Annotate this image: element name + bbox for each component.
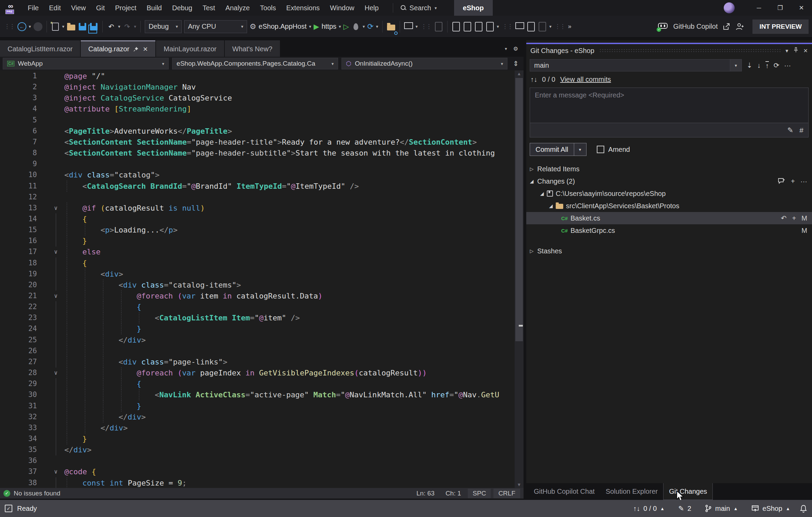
tab-list-dropdown[interactable]: ▾	[505, 46, 507, 51]
commit-all-button[interactable]: Commit All ▾	[530, 143, 587, 156]
menu-git[interactable]: Git	[91, 0, 110, 16]
code-line-15[interactable]: 15<p>Loading...</p>	[0, 224, 514, 236]
refresh-button[interactable]: ⟳	[774, 61, 779, 69]
chevron-expanded-icon[interactable]: ◢	[539, 191, 545, 196]
pull-button[interactable]: ↓	[757, 62, 761, 69]
code-line-9[interactable]: 9	[0, 158, 514, 170]
code-line-3[interactable]: 3@inject CatalogService CatalogService	[0, 92, 514, 104]
tree-item-basket-cs[interactable]: C# Basket.cs ↶ + M	[526, 212, 812, 224]
code-line-10[interactable]: 10<div class="catalog">	[0, 169, 514, 181]
tab-whats-new[interactable]: What's New?	[225, 40, 280, 57]
menu-file[interactable]: File	[23, 0, 44, 16]
restart-dropdown[interactable]: ▾	[376, 24, 378, 29]
code-line-35[interactable]: 35</div>	[0, 444, 514, 455]
changes-more-icon[interactable]: ···	[800, 177, 807, 185]
minimize-button[interactable]: ─	[748, 0, 770, 16]
panel-drag-texture[interactable]	[599, 49, 781, 53]
menu-tools[interactable]: Tools	[255, 0, 281, 16]
stage-file-icon[interactable]: +	[792, 214, 796, 222]
code-line-5[interactable]: 5	[0, 115, 514, 126]
scroll-up-arrow-icon[interactable]: ▲	[515, 71, 524, 76]
find-in-files-button[interactable]	[387, 20, 396, 34]
menu-analyze[interactable]: Analyze	[220, 0, 255, 16]
save-button[interactable]	[78, 20, 87, 34]
push-button[interactable]: ↑	[765, 61, 769, 70]
member-dropdown[interactable]: ⬡ OnInitializedAsync() ▾	[341, 58, 507, 69]
navigate-back-dropdown[interactable]: ▾	[29, 24, 31, 29]
session-name[interactable]: eShop	[454, 0, 493, 16]
start-without-debugging-button[interactable]: ▷	[344, 23, 349, 31]
stage-all-icon[interactable]: +	[791, 177, 795, 185]
hot-reload-button[interactable]	[351, 20, 360, 34]
menu-help[interactable]: Help	[359, 0, 384, 16]
code-line-34[interactable]: 34}	[0, 433, 514, 445]
menu-edit[interactable]: Edit	[44, 0, 66, 16]
hot-reload-dropdown[interactable]: ▾	[363, 24, 365, 29]
open-file-button[interactable]	[67, 20, 76, 34]
code-editor[interactable]: 1@page "/"2@inject NavigationManager Nav…	[0, 70, 524, 488]
column-indicator[interactable]: Ch: 1	[441, 489, 465, 498]
device-log-dropdown[interactable]: ▾	[497, 24, 499, 29]
device-run-button[interactable]	[452, 20, 461, 34]
launch-profile-dropdown[interactable]: ▾	[339, 24, 341, 29]
toolbar-grip[interactable]: ⋮⋮	[554, 23, 566, 30]
code-line-1[interactable]: 1@page "/"	[0, 70, 514, 82]
device-log-button[interactable]	[486, 20, 494, 34]
code-line-32[interactable]: 32</div>	[0, 411, 514, 423]
code-line-13[interactable]: 13∨@if (catalogResult is null)	[0, 202, 514, 214]
code-line-26[interactable]: 26	[0, 345, 514, 357]
tab-cataloglistitem-razor[interactable]: CatalogListItem.razor	[0, 40, 80, 57]
code-line-6[interactable]: 6<PageTitle>AdventureWorks</PageTitle>	[0, 125, 514, 137]
code-line-19[interactable]: 19<div>	[0, 268, 514, 280]
chevron-expanded-icon[interactable]: ◢	[548, 203, 554, 209]
menu-build[interactable]: Build	[142, 0, 167, 16]
code-line-12[interactable]: 12	[0, 191, 514, 203]
pending-changes-button[interactable]: ✎ 2	[674, 504, 695, 513]
menu-extensions[interactable]: Extensions	[281, 0, 325, 16]
commit-message-box[interactable]: Enter a message <Required> ✎ #	[530, 88, 809, 137]
redo-dropdown[interactable]: ▾	[134, 24, 137, 29]
terminal-button[interactable]	[474, 20, 483, 34]
code-line-24[interactable]: 24}	[0, 323, 514, 334]
device-list-button[interactable]	[527, 20, 536, 34]
startup-project-dropdown[interactable]: ▾	[309, 24, 311, 29]
split-window-icon[interactable]: ⇕	[511, 58, 521, 69]
scroll-down-arrow-icon[interactable]: ▼	[515, 482, 524, 487]
vertical-scrollbar[interactable]: ▲ ▼	[515, 70, 524, 488]
line-indicator[interactable]: Ln: 63	[412, 489, 439, 498]
code-line-2[interactable]: 2@inject NavigationManager Nav	[0, 81, 514, 93]
more-actions-button[interactable]: ···	[784, 62, 791, 69]
code-line-27[interactable]: 27<div class="page-links">	[0, 356, 514, 368]
solution-configuration-select[interactable]: Debug▾	[145, 20, 182, 33]
code-line-38[interactable]: 38const int PageSize = 9;	[0, 477, 514, 488]
fold-chevron-icon[interactable]: ∨	[51, 246, 60, 257]
new-project-dropdown[interactable]: ▾	[62, 24, 65, 29]
toolbar-grip[interactable]: ⋮⋮	[420, 23, 432, 30]
code-line-23[interactable]: 23<CatalogListItem Item="@item" />	[0, 312, 514, 323]
startup-project-select[interactable]: eShop.AppHost	[259, 23, 307, 30]
indent-mode-indicator[interactable]: SPC	[468, 489, 491, 498]
fold-chevron-icon[interactable]: ∨	[51, 466, 60, 477]
toolbar-overflow-button[interactable]: »	[568, 23, 571, 30]
tree-item-basketgrpc-cs[interactable]: C# BasketGrpc.cs M	[526, 224, 812, 237]
code-line-21[interactable]: 21∨@foreach (var item in catalogResult.D…	[0, 290, 514, 302]
close-button[interactable]: ✕	[791, 0, 812, 16]
close-panel-icon[interactable]: ✕	[803, 48, 808, 54]
close-tab-icon[interactable]: ✕	[143, 45, 148, 53]
chevron-expanded-icon[interactable]: ◢	[529, 178, 534, 184]
fold-chevron-icon[interactable]: ∨	[51, 290, 60, 302]
solution-platform-select[interactable]: Any CPU▾	[184, 20, 247, 33]
tree-item-stashes[interactable]: ▷ Stashes	[526, 245, 812, 257]
type-dropdown[interactable]: eShop.WebApp.Components.Pages.Catalog.Ca…	[172, 58, 338, 69]
code-line-37[interactable]: 37∨@code {	[0, 466, 514, 477]
code-line-14[interactable]: 14{	[0, 213, 514, 225]
toolbar-grip[interactable]: ⋮⋮	[3, 23, 15, 30]
fold-chevron-icon[interactable]: ∨	[51, 367, 60, 379]
tool-tab-git-changes[interactable]: Git Changes	[663, 483, 713, 500]
restore-button[interactable]: ❐	[770, 0, 791, 16]
browser-dropdown[interactable]: ▾	[415, 24, 418, 29]
pin-panel-icon[interactable]	[793, 47, 799, 54]
code-line-33[interactable]: 33</div>	[0, 422, 514, 434]
editor-options-gear-icon[interactable]: ⚙	[513, 45, 518, 52]
toolbar-grip[interactable]: ⋮⋮	[501, 23, 513, 30]
